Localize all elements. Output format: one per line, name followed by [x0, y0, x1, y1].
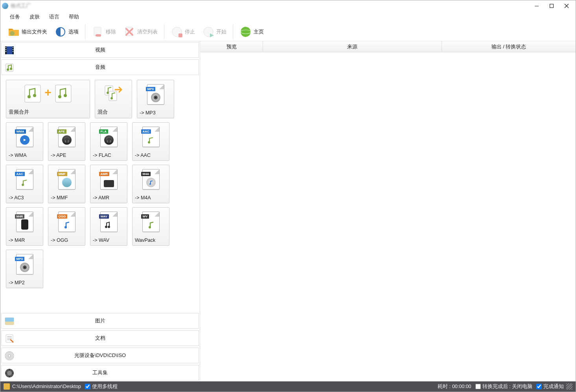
- toolbar-separator: [164, 25, 164, 39]
- maximize-button[interactable]: [544, 1, 559, 11]
- format-grid: + 音频合并 混合 MP: [0, 76, 200, 312]
- app-icon: [2, 3, 8, 9]
- svg-rect-59: [9, 376, 10, 377]
- merge-icon: +: [6, 80, 90, 107]
- tile-label: 混合: [95, 107, 132, 118]
- tile-mmf[interactable]: MMF -> MMF: [48, 165, 85, 203]
- folder-icon: [7, 26, 20, 38]
- tile-label: -> APE: [48, 151, 85, 160]
- remove-button[interactable]: 移除: [88, 24, 119, 40]
- mp3-icon: MP3: [137, 80, 174, 108]
- tile-ac3[interactable]: AAC -> AC3: [6, 165, 43, 203]
- remove-label: 移除: [106, 28, 116, 35]
- tile-aac[interactable]: AAC -> AAC: [132, 122, 169, 161]
- category-video[interactable]: 视频: [1, 42, 199, 58]
- document-icon: [4, 333, 15, 344]
- tile-mix[interactable]: 混合: [95, 80, 132, 118]
- stop-icon: [171, 26, 183, 38]
- tile-wav[interactable]: WAV -> WAV: [90, 207, 127, 246]
- start-label: 开始: [216, 28, 226, 35]
- clear-list-button[interactable]: 清空列表: [120, 24, 161, 40]
- svg-rect-18: [13, 47, 13, 48]
- folder-small-icon[interactable]: [4, 383, 10, 390]
- tile-label: -> AAC: [132, 151, 169, 160]
- svg-point-42: [108, 226, 110, 228]
- svg-rect-0: [535, 6, 539, 6]
- toolbar-separator: [233, 25, 233, 39]
- category-picture[interactable]: 图片: [1, 313, 199, 329]
- menu-task[interactable]: 任务: [5, 12, 25, 22]
- svg-rect-21: [6, 64, 13, 72]
- svg-point-41: [105, 226, 107, 228]
- menu-language[interactable]: 语言: [44, 12, 64, 22]
- svg-point-55: [8, 355, 11, 357]
- notify-toggle[interactable]: 完成通知: [536, 383, 564, 390]
- home-button[interactable]: 主页: [236, 24, 267, 40]
- category-document[interactable]: 文档: [1, 330, 199, 346]
- col-source[interactable]: 来源: [263, 41, 442, 52]
- minimize-button[interactable]: [529, 1, 544, 11]
- svg-point-37: [148, 141, 150, 144]
- multithread-checkbox[interactable]: [85, 384, 90, 389]
- menu-help[interactable]: 帮助: [64, 12, 84, 22]
- tile-ogg[interactable]: OGG -> OGG: [48, 207, 85, 246]
- toolbar-separator: [85, 25, 85, 39]
- close-button[interactable]: [559, 1, 574, 11]
- col-preview[interactable]: 预览: [200, 41, 263, 52]
- sidebar: 视频 音频 + 音频合并: [0, 41, 200, 381]
- tile-mp3[interactable]: MP3 -> MP3: [137, 80, 174, 118]
- tile-audio-merge[interactable]: + 音频合并: [6, 80, 90, 118]
- svg-point-36: [155, 97, 156, 98]
- resize-grip[interactable]: [566, 383, 572, 390]
- tile-label: -> FLAC: [90, 151, 127, 160]
- svg-rect-28: [55, 85, 71, 102]
- svg-rect-52: [7, 339, 10, 340]
- options-button[interactable]: 选项: [51, 24, 82, 40]
- tile-label: -> MMF: [48, 193, 85, 203]
- main-area: 视频 音频 + 音频合并: [0, 41, 576, 381]
- tile-label: WavPack: [132, 236, 169, 245]
- tile-m4r[interactable]: M4R -> M4R: [6, 207, 43, 246]
- category-disc[interactable]: 光驱设备\DVD\CD\ISO: [1, 348, 199, 363]
- menu-skin[interactable]: 皮肤: [25, 12, 44, 22]
- output-path[interactable]: C:\Users\Administrator\Desktop: [12, 384, 81, 389]
- category-tools[interactable]: 工具集: [1, 365, 199, 381]
- category-picture-label: 图片: [95, 317, 105, 324]
- svg-point-45: [24, 267, 26, 268]
- svg-point-25: [28, 95, 31, 98]
- svg-rect-5: [96, 34, 101, 37]
- svg-point-23: [10, 68, 12, 70]
- start-icon: [202, 26, 215, 38]
- notify-checkbox[interactable]: [536, 384, 542, 389]
- svg-text:+: +: [44, 86, 52, 99]
- svg-point-22: [7, 68, 9, 71]
- svg-point-29: [58, 95, 61, 98]
- svg-rect-61: [12, 373, 14, 374]
- tile-wavpack[interactable]: WV WavPack: [132, 207, 169, 246]
- window-title: 格式工厂: [11, 2, 31, 9]
- list-header: 预览 来源 输出 / 转换状态: [200, 41, 576, 52]
- elapsed-label: 耗时 :: [438, 383, 451, 390]
- svg-point-57: [7, 371, 12, 375]
- tile-mp2[interactable]: MP3 -> MP2: [6, 250, 43, 288]
- svg-point-30: [64, 94, 67, 97]
- list-body[interactable]: [200, 52, 576, 381]
- tile-m4a[interactable]: M4A -> M4A: [132, 165, 169, 203]
- tile-label: -> AC3: [6, 193, 43, 203]
- category-audio[interactable]: 音频: [1, 59, 199, 75]
- stop-button[interactable]: 停止: [167, 24, 198, 40]
- output-folder-label: 输出文件夹: [22, 28, 47, 35]
- tile-wma[interactable]: WMA -> WMA: [6, 122, 43, 161]
- svg-point-43: [149, 226, 151, 228]
- output-folder-button[interactable]: 输出文件夹: [4, 24, 50, 40]
- multithread-toggle[interactable]: 使用多线程: [85, 383, 118, 390]
- shutdown-toggle[interactable]: 转换完成后 : 关闭电脑: [475, 383, 532, 390]
- tile-amr[interactable]: AMR -> AMR: [90, 165, 127, 203]
- shutdown-checkbox[interactable]: [475, 384, 481, 389]
- svg-rect-48: [5, 322, 14, 325]
- tile-ape[interactable]: APE🎧 -> APE: [48, 122, 85, 161]
- col-output-status[interactable]: 输出 / 转换状态: [442, 41, 576, 52]
- svg-rect-58: [9, 369, 10, 370]
- tile-flac[interactable]: FLA🎧 -> FLAC: [90, 122, 127, 161]
- start-button[interactable]: 开始: [199, 24, 230, 40]
